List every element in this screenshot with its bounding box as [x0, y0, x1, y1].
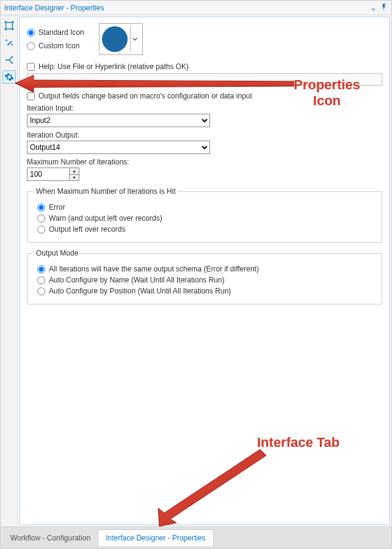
max-hit-label-2: Output left over records [49, 225, 125, 234]
output-mode-option-position[interactable]: Auto Configure by Position (Wait Until A… [34, 287, 376, 295]
output-fields-change-label: Output fields change based on macro's co… [38, 92, 252, 100]
output-mode-label-2: Auto Configure by Position (Wait Until A… [49, 287, 231, 295]
output-mode-radio-0[interactable] [37, 265, 45, 273]
max-hit-option-error[interactable]: Error [34, 203, 376, 212]
svg-rect-0 [5, 23, 12, 29]
output-mode-legend: Output Mode [34, 249, 81, 257]
iteration-output-label: Iteration Output: [27, 131, 382, 139]
properties-tool-icon[interactable] [2, 70, 16, 84]
help-checkbox[interactable] [27, 63, 35, 71]
output-mode-fieldset: Output Mode All Iterations will have the… [27, 249, 382, 304]
color-swatch-dropdown[interactable] [130, 26, 140, 52]
bottom-tabs: Workflow - Configuration Interface Desig… [1, 526, 391, 548]
help-checkbox-label: Help: Use File or Hyperlink (relative pa… [38, 62, 189, 71]
svg-rect-3 [4, 29, 6, 31]
magic-tool-icon[interactable] [2, 36, 16, 50]
max-hit-option-warn[interactable]: Warn (and output left over records) [34, 214, 376, 223]
custom-icon-radio-row[interactable]: Custom Icon [27, 42, 84, 50]
max-iterations-stepper[interactable]: ▲ ▼ [70, 168, 79, 181]
pin-icon[interactable] [380, 3, 388, 12]
max-hit-radio-2[interactable] [37, 226, 45, 234]
max-hit-radio-1[interactable] [37, 215, 45, 223]
help-path-input[interactable] [27, 73, 382, 86]
properties-panel: Standard Icon Custom Icon Help: Use File… [19, 17, 390, 525]
output-mode-radio-2[interactable] [37, 287, 45, 295]
window-title: Interface Designer - Properties [4, 4, 104, 12]
max-hit-label-0: Error [49, 203, 65, 212]
max-hit-label-1: Warn (and output left over records) [49, 214, 162, 223]
stepper-up-icon[interactable]: ▲ [70, 168, 79, 175]
output-mode-label-1: Auto Configure by Name (Wait Until All I… [49, 276, 225, 284]
icon-color-swatch[interactable] [99, 23, 143, 55]
output-mode-option-name[interactable]: Auto Configure by Name (Wait Until All I… [34, 276, 376, 284]
iteration-output-select[interactable]: Output14 [27, 141, 210, 154]
max-iterations-input[interactable] [27, 168, 70, 181]
output-mode-radio-1[interactable] [37, 276, 45, 284]
side-toolbar [1, 15, 18, 526]
branch-tool-icon[interactable] [2, 53, 16, 67]
titlebar: Interface Designer - Properties ⌄ [1, 1, 391, 15]
stepper-down-icon[interactable]: ▼ [70, 175, 79, 181]
standard-icon-label: Standard Icon [38, 28, 84, 37]
output-fields-change-row[interactable]: Output fields change based on macro's co… [27, 92, 382, 100]
max-hit-radio-0[interactable] [37, 204, 45, 212]
color-circle-icon [102, 26, 128, 52]
help-checkbox-row[interactable]: Help: Use File or Hyperlink (relative pa… [27, 62, 382, 71]
svg-rect-1 [4, 21, 6, 23]
main-area: Standard Icon Custom Icon Help: Use File… [1, 15, 391, 526]
custom-icon-label: Custom Icon [38, 42, 79, 50]
output-mode-label-0: All Iterations will have the same output… [49, 265, 259, 273]
custom-icon-radio[interactable] [27, 42, 35, 50]
svg-rect-4 [12, 29, 13, 31]
max-hit-option-output[interactable]: Output left over records [34, 225, 376, 234]
max-iterations-label: Maximum Number of Iterations: [27, 158, 382, 166]
max-hit-fieldset: When Maximum Number of Iterations is Hit… [27, 187, 382, 243]
output-mode-option-same[interactable]: All Iterations will have the same output… [34, 265, 376, 273]
icon-type-group: Standard Icon Custom Icon [27, 23, 382, 55]
tab-workflow-configuration[interactable]: Workflow - Configuration [3, 530, 98, 546]
layout-tool-icon[interactable] [2, 19, 16, 32]
svg-rect-2 [12, 21, 13, 23]
standard-icon-radio-row[interactable]: Standard Icon [27, 28, 84, 37]
svg-point-6 [11, 56, 13, 58]
iteration-input-select[interactable]: Input2 [27, 114, 210, 127]
iteration-input-label: Iteration Input: [27, 104, 382, 112]
collapse-icon[interactable]: ⌄ [370, 3, 377, 12]
svg-point-5 [5, 59, 7, 61]
svg-point-7 [11, 62, 13, 64]
max-hit-legend: When Maximum Number of Iterations is Hit [34, 187, 178, 196]
standard-icon-radio[interactable] [27, 29, 35, 37]
output-fields-change-checkbox[interactable] [27, 92, 35, 100]
tab-interface-designer[interactable]: Interface Designer - Properties [98, 529, 213, 546]
